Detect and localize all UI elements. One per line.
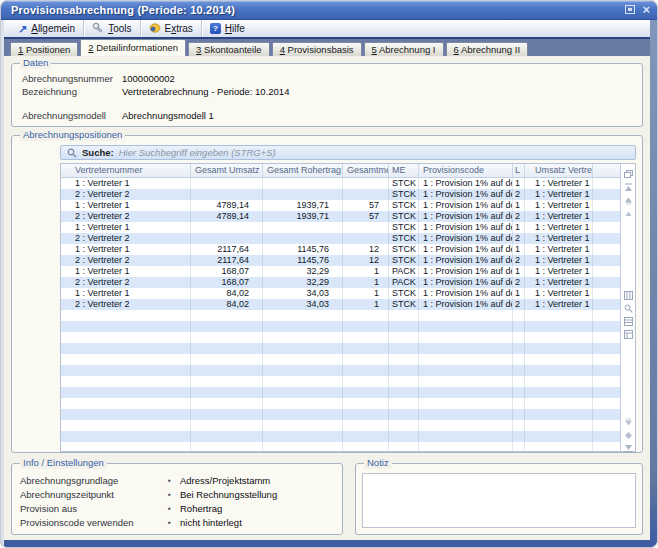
table-row[interactable]: 2 : Vertreter 22117,641145,7612STCK1 : P… xyxy=(61,255,620,266)
tab-abrechnung-1[interactable]: 5 Abrechnung I xyxy=(364,42,444,56)
cell xyxy=(343,233,389,244)
col-me[interactable]: ME xyxy=(389,164,419,177)
cell xyxy=(593,409,620,420)
cell: 1 : Vertreter 1 xyxy=(525,233,593,244)
table-row[interactable]: 1 : Vertreter 1STCK1 : Provision 1% auf … xyxy=(61,222,620,233)
filter-view-icon[interactable] xyxy=(624,325,633,334)
scroll-page-up-icon[interactable] xyxy=(624,191,633,200)
title-bar[interactable]: Provisionsabrechnung (Periode: 10.2014) … xyxy=(1,1,657,20)
notiz-input[interactable] xyxy=(363,474,635,527)
cell: PACK xyxy=(389,266,419,277)
scroll-center-icon[interactable] xyxy=(624,426,633,435)
info-row-provision-aus: Provision aus ▪ Rohertrag xyxy=(20,502,334,516)
cell xyxy=(419,398,513,409)
table-row[interactable]: 1 : Vertreter 184,0234,031STCK1 : Provis… xyxy=(61,288,620,299)
scroll-to-bottom-icon[interactable] xyxy=(624,439,633,448)
cell: 1 : Vertreter 1 xyxy=(61,178,191,189)
table-row[interactable]: 1 : Vertreter 14789,141939,7157STCK1 : P… xyxy=(61,200,620,211)
col-gesamt-rohertrag[interactable]: Gesamt Rohertrag EUR xyxy=(263,164,343,177)
cell xyxy=(525,431,593,442)
empty-row xyxy=(61,354,620,365)
cell xyxy=(263,189,343,200)
cell xyxy=(593,200,620,211)
cell: 4789,14 xyxy=(191,211,263,222)
cell xyxy=(343,343,389,354)
table-row[interactable]: 2 : Vertreter 284,0234,031STCK1 : Provis… xyxy=(61,299,620,310)
column-chooser-icon[interactable] xyxy=(624,165,633,174)
zoom-icon[interactable] xyxy=(624,299,633,308)
extras-button[interactable]: Extras xyxy=(140,20,201,37)
empty-row xyxy=(61,321,620,332)
cell: 1 xyxy=(513,200,525,211)
empty-row xyxy=(61,420,620,431)
table-row[interactable]: 1 : Vertreter 12117,641145,7612STCK1 : P… xyxy=(61,244,620,255)
table-row[interactable]: 2 : Vertreter 2168,0732,291PACK1 : Provi… xyxy=(61,277,620,288)
tools-button[interactable]: Tools xyxy=(83,20,139,37)
info-value: Adress/Projektstamm xyxy=(180,474,334,488)
wrench-icon xyxy=(92,22,104,35)
table-row[interactable]: 2 : Vertreter 24789,141939,7157STCK1 : P… xyxy=(61,211,620,222)
dock-window-icon[interactable] xyxy=(625,5,635,16)
table-row[interactable]: 2 : Vertreter 2STCK1 : Provision 1% auf … xyxy=(61,233,620,244)
cell: 1939,71 xyxy=(263,211,343,222)
scroll-up-icon[interactable] xyxy=(624,204,633,213)
hilfe-button[interactable]: ? Hilfe xyxy=(201,20,253,37)
col-filler xyxy=(593,164,620,177)
cell xyxy=(343,420,389,431)
cell xyxy=(191,431,263,442)
cell xyxy=(389,376,419,387)
search-bar[interactable]: Suche: xyxy=(60,145,636,160)
cell: 1 : Vertreter 1 xyxy=(61,266,191,277)
cell: 2 xyxy=(513,233,525,244)
field-abrechnungsnummer: Abrechnungsnummer 1000000002 xyxy=(22,72,632,85)
cell: PACK xyxy=(389,277,419,288)
search-input[interactable] xyxy=(119,147,629,158)
col-umsatz-vertreter[interactable]: Umsatz Vertreter xyxy=(525,164,593,177)
cell: 168,07 xyxy=(191,266,263,277)
allgemein-button[interactable]: ↗ Allgemein xyxy=(10,20,83,37)
cell: 34,03 xyxy=(263,299,343,310)
bottom-row: Info / Einstellungen Abrechnungsgrundlag… xyxy=(11,463,643,535)
cell xyxy=(593,332,620,343)
grid: Vertreternummer Gesamt Umsatz EUR Gesamt… xyxy=(61,164,620,451)
cell xyxy=(389,431,419,442)
field-label: Bezeichnung xyxy=(22,85,122,98)
cell xyxy=(593,321,620,332)
cell xyxy=(343,398,389,409)
cell: STCK xyxy=(389,233,419,244)
cell: 12 xyxy=(343,255,389,266)
close-icon[interactable]: × xyxy=(642,5,650,15)
list-view-icon[interactable] xyxy=(624,312,633,321)
tab-skontoanteile[interactable]: 3 Skontoanteile xyxy=(188,42,270,56)
table-row[interactable]: 2 : Vertreter 2STCK1 : Provision 1% auf … xyxy=(61,189,620,200)
info-value: Bei Rechnungsstellung xyxy=(180,488,334,502)
cell xyxy=(389,354,419,365)
col-gesamtmenge[interactable]: Gesamtmenge xyxy=(343,164,389,177)
cell xyxy=(263,387,343,398)
cell: STCK xyxy=(389,299,419,310)
scroll-to-top-icon[interactable] xyxy=(624,178,633,187)
empty-row xyxy=(61,442,620,451)
scroll-down-icon[interactable] xyxy=(624,413,633,422)
tab-detailinformationen[interactable]: 2 Detailinformationen xyxy=(80,39,186,56)
tab-provisionsbasis[interactable]: 4 Provisionsbasis xyxy=(272,42,362,56)
cell xyxy=(263,398,343,409)
cell xyxy=(593,376,620,387)
cell xyxy=(263,420,343,431)
cell xyxy=(593,244,620,255)
cell xyxy=(419,354,513,365)
card-view-icon[interactable] xyxy=(624,286,633,295)
tab-positionen[interactable]: 1 Positionen xyxy=(10,42,78,56)
table-row[interactable]: 1 : Vertreter 1168,0732,291PACK1 : Provi… xyxy=(61,266,620,277)
tab-abrechnung-2[interactable]: 6 Abrechnung II xyxy=(446,42,529,56)
cell xyxy=(525,365,593,376)
col-gesamt-umsatz[interactable]: Gesamt Umsatz EUR xyxy=(191,164,263,177)
cell: 1 : Provision 1% auf den ve xyxy=(419,189,513,200)
tools-label: Tools xyxy=(108,23,131,34)
cell xyxy=(513,387,525,398)
table-row[interactable]: 1 : Vertreter 1STCK1 : Provision 1% auf … xyxy=(61,178,620,189)
col-provisionscode[interactable]: Provisionscode xyxy=(419,164,513,177)
col-vertreternummer[interactable]: Vertreternummer xyxy=(61,164,191,177)
cell xyxy=(593,288,620,299)
col-l[interactable]: L xyxy=(513,164,525,177)
